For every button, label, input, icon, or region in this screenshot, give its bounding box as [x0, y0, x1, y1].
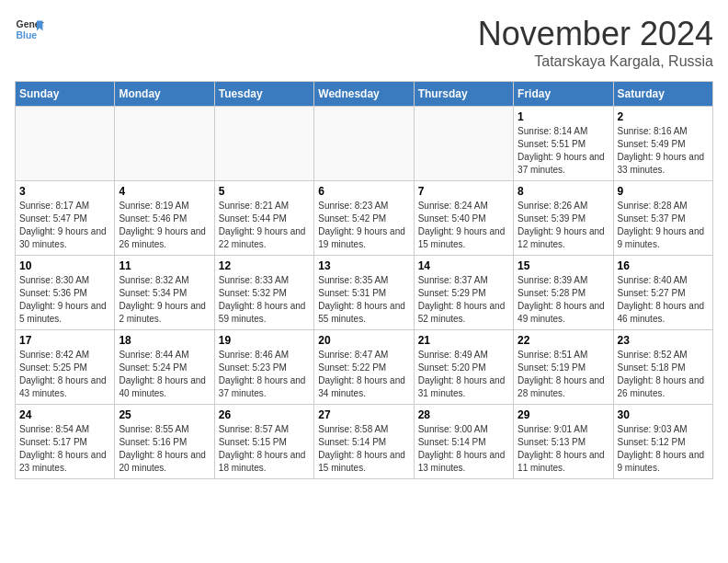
day-info: Sunrise: 9:01 AMSunset: 5:13 PMDaylight:…	[518, 423, 609, 475]
calendar-cell: 27Sunrise: 8:58 AMSunset: 5:14 PMDayligh…	[314, 405, 414, 479]
day-info: Sunrise: 8:19 AMSunset: 5:46 PMDaylight:…	[119, 200, 210, 251]
day-info: Sunrise: 8:54 AMSunset: 5:17 PMDaylight:…	[19, 423, 110, 475]
calendar-cell: 15Sunrise: 8:39 AMSunset: 5:28 PMDayligh…	[514, 256, 613, 330]
calendar-header-row: SundayMondayTuesdayWednesdayThursdayFrid…	[16, 82, 713, 107]
day-number: 23	[618, 334, 709, 347]
day-number: 22	[518, 334, 609, 347]
day-number: 4	[119, 185, 210, 198]
calendar-cell: 21Sunrise: 8:49 AMSunset: 5:20 PMDayligh…	[414, 330, 513, 405]
day-header-monday: Monday	[115, 82, 214, 107]
calendar-week-0: 1Sunrise: 8:14 AMSunset: 5:51 PMDaylight…	[16, 107, 713, 181]
day-number: 30	[618, 408, 709, 421]
calendar-week-3: 17Sunrise: 8:42 AMSunset: 5:25 PMDayligh…	[16, 330, 713, 405]
calendar-cell: 4Sunrise: 8:19 AMSunset: 5:46 PMDaylight…	[115, 181, 214, 256]
day-number: 2	[618, 110, 709, 123]
calendar-cell: 25Sunrise: 8:55 AMSunset: 5:16 PMDayligh…	[115, 405, 214, 479]
day-number: 8	[518, 185, 609, 198]
day-info: Sunrise: 8:46 AMSunset: 5:23 PMDaylight:…	[219, 349, 310, 400]
day-info: Sunrise: 8:44 AMSunset: 5:24 PMDaylight:…	[119, 349, 210, 400]
title-area: November 2024 Tatarskaya Kargala, Russia	[478, 15, 713, 70]
calendar-cell: 23Sunrise: 8:52 AMSunset: 5:18 PMDayligh…	[613, 330, 712, 405]
calendar-cell: 17Sunrise: 8:42 AMSunset: 5:25 PMDayligh…	[16, 330, 115, 405]
calendar-cell: 10Sunrise: 8:30 AMSunset: 5:36 PMDayligh…	[16, 256, 115, 330]
day-info: Sunrise: 8:39 AMSunset: 5:28 PMDaylight:…	[518, 274, 609, 326]
calendar-cell: 13Sunrise: 8:35 AMSunset: 5:31 PMDayligh…	[314, 256, 414, 330]
calendar-cell: 19Sunrise: 8:46 AMSunset: 5:23 PMDayligh…	[214, 330, 313, 405]
calendar-cell: 18Sunrise: 8:44 AMSunset: 5:24 PMDayligh…	[115, 330, 214, 405]
calendar-week-1: 3Sunrise: 8:17 AMSunset: 5:47 PMDaylight…	[16, 181, 713, 256]
calendar-cell: 8Sunrise: 8:26 AMSunset: 5:39 PMDaylight…	[514, 181, 613, 256]
day-number: 24	[19, 408, 110, 421]
calendar-cell: 29Sunrise: 9:01 AMSunset: 5:13 PMDayligh…	[514, 405, 613, 479]
calendar-cell	[414, 107, 513, 181]
calendar-cell: 3Sunrise: 8:17 AMSunset: 5:47 PMDaylight…	[16, 181, 115, 256]
day-number: 25	[119, 408, 210, 421]
day-info: Sunrise: 8:33 AMSunset: 5:32 PMDaylight:…	[219, 274, 310, 326]
logo: General Blue	[15, 15, 44, 44]
calendar-cell	[115, 107, 214, 181]
day-info: Sunrise: 8:26 AMSunset: 5:39 PMDaylight:…	[518, 200, 609, 251]
day-number: 15	[518, 259, 609, 272]
day-number: 27	[318, 408, 409, 421]
calendar-cell: 14Sunrise: 8:37 AMSunset: 5:29 PMDayligh…	[414, 256, 513, 330]
day-number: 7	[418, 185, 509, 198]
day-number: 29	[518, 408, 609, 421]
day-header-wednesday: Wednesday	[314, 82, 414, 107]
day-number: 13	[318, 259, 409, 272]
day-info: Sunrise: 9:03 AMSunset: 5:12 PMDaylight:…	[618, 423, 709, 475]
calendar-week-2: 10Sunrise: 8:30 AMSunset: 5:36 PMDayligh…	[16, 256, 713, 330]
day-info: Sunrise: 8:24 AMSunset: 5:40 PMDaylight:…	[418, 200, 509, 251]
calendar-cell: 30Sunrise: 9:03 AMSunset: 5:12 PMDayligh…	[613, 405, 712, 479]
calendar-cell: 6Sunrise: 8:23 AMSunset: 5:42 PMDaylight…	[314, 181, 414, 256]
day-info: Sunrise: 8:49 AMSunset: 5:20 PMDaylight:…	[418, 349, 509, 400]
day-number: 20	[318, 334, 409, 347]
day-number: 18	[119, 334, 210, 347]
calendar-cell	[16, 107, 115, 181]
calendar-cell	[214, 107, 313, 181]
svg-text:Blue: Blue	[17, 30, 38, 40]
day-number: 26	[219, 408, 310, 421]
day-info: Sunrise: 8:55 AMSunset: 5:16 PMDaylight:…	[119, 423, 210, 475]
day-number: 12	[219, 259, 310, 272]
calendar-cell: 2Sunrise: 8:16 AMSunset: 5:49 PMDaylight…	[613, 107, 712, 181]
day-header-saturday: Saturday	[613, 82, 712, 107]
day-info: Sunrise: 8:42 AMSunset: 5:25 PMDaylight:…	[19, 349, 110, 400]
day-number: 19	[219, 334, 310, 347]
calendar-cell: 28Sunrise: 9:00 AMSunset: 5:14 PMDayligh…	[414, 405, 513, 479]
day-info: Sunrise: 8:17 AMSunset: 5:47 PMDaylight:…	[19, 200, 110, 251]
day-info: Sunrise: 8:23 AMSunset: 5:42 PMDaylight:…	[318, 200, 409, 251]
day-info: Sunrise: 8:40 AMSunset: 5:27 PMDaylight:…	[618, 274, 709, 326]
month-title: November 2024	[478, 15, 713, 53]
calendar-week-4: 24Sunrise: 8:54 AMSunset: 5:17 PMDayligh…	[16, 405, 713, 479]
day-number: 10	[19, 259, 110, 272]
logo-icon: General Blue	[15, 15, 44, 44]
location-title: Tatarskaya Kargala, Russia	[478, 53, 713, 70]
day-info: Sunrise: 8:30 AMSunset: 5:36 PMDaylight:…	[19, 274, 110, 326]
day-number: 28	[418, 408, 509, 421]
day-info: Sunrise: 8:16 AMSunset: 5:49 PMDaylight:…	[618, 125, 709, 177]
day-number: 11	[119, 259, 210, 272]
day-header-thursday: Thursday	[414, 82, 513, 107]
calendar-cell: 16Sunrise: 8:40 AMSunset: 5:27 PMDayligh…	[613, 256, 712, 330]
day-info: Sunrise: 8:37 AMSunset: 5:29 PMDaylight:…	[418, 274, 509, 326]
calendar-cell: 26Sunrise: 8:57 AMSunset: 5:15 PMDayligh…	[214, 405, 313, 479]
day-info: Sunrise: 8:58 AMSunset: 5:14 PMDaylight:…	[318, 423, 409, 475]
day-number: 1	[518, 110, 609, 123]
calendar-cell: 12Sunrise: 8:33 AMSunset: 5:32 PMDayligh…	[214, 256, 313, 330]
day-info: Sunrise: 8:52 AMSunset: 5:18 PMDaylight:…	[618, 349, 709, 400]
day-number: 6	[318, 185, 409, 198]
calendar: SundayMondayTuesdayWednesdayThursdayFrid…	[15, 81, 713, 479]
day-header-friday: Friday	[514, 82, 613, 107]
day-number: 21	[418, 334, 509, 347]
day-header-tuesday: Tuesday	[214, 82, 313, 107]
day-header-sunday: Sunday	[16, 82, 115, 107]
day-info: Sunrise: 8:57 AMSunset: 5:15 PMDaylight:…	[219, 423, 310, 475]
day-number: 5	[219, 185, 310, 198]
day-number: 3	[19, 185, 110, 198]
day-info: Sunrise: 8:32 AMSunset: 5:34 PMDaylight:…	[119, 274, 210, 326]
day-number: 14	[418, 259, 509, 272]
calendar-cell: 1Sunrise: 8:14 AMSunset: 5:51 PMDaylight…	[514, 107, 613, 181]
day-number: 9	[618, 185, 709, 198]
day-info: Sunrise: 8:21 AMSunset: 5:44 PMDaylight:…	[219, 200, 310, 251]
calendar-cell: 20Sunrise: 8:47 AMSunset: 5:22 PMDayligh…	[314, 330, 414, 405]
